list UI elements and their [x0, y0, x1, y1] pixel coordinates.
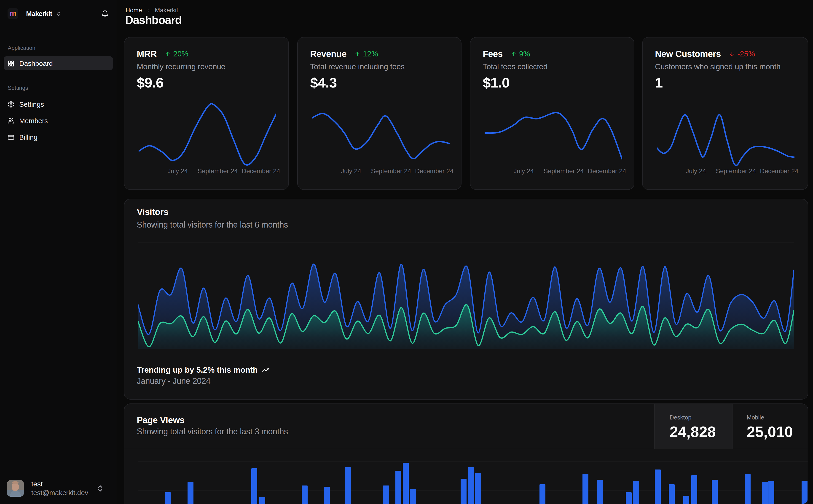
- svg-text:m: m: [9, 9, 17, 18]
